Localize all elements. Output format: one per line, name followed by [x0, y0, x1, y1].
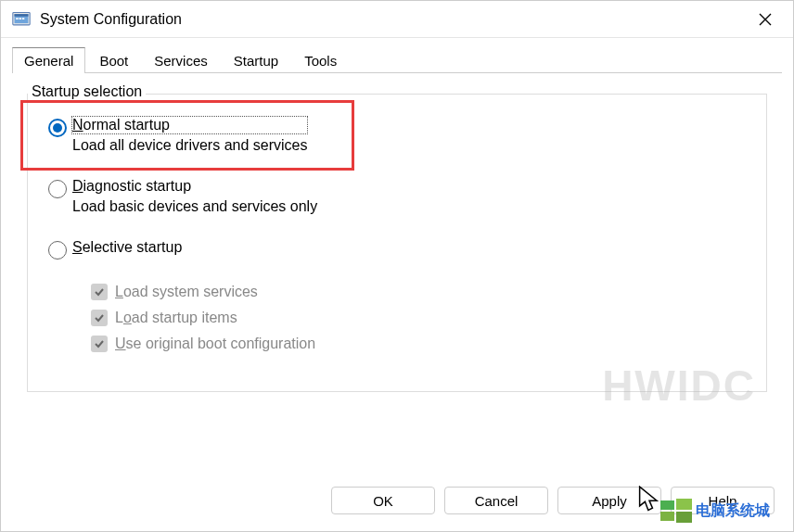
svg-rect-4	[19, 18, 22, 19]
apply-button[interactable]: Apply	[557, 487, 661, 514]
svg-rect-3	[16, 18, 19, 19]
tab-tools[interactable]: Tools	[292, 47, 349, 73]
content-area: Startup selection Normal startup Load al…	[1, 73, 793, 475]
selective-check-list: Load system services Load startup items …	[46, 284, 748, 352]
window-title: System Configuration	[40, 11, 749, 28]
radio-selective-startup[interactable]: Selective startup	[46, 239, 748, 260]
tab-strip: General Boot Services Startup Tools	[1, 38, 793, 73]
radio-label: Selective startup	[72, 239, 182, 256]
checkbox-icon	[91, 310, 108, 326]
radio-desc: Load basic devices and services only	[72, 198, 317, 215]
check-label: Use original boot configuration	[115, 336, 315, 352]
tab-services[interactable]: Services	[142, 47, 220, 73]
check-label: Load system services	[115, 284, 258, 300]
check-label: Load startup items	[115, 310, 237, 326]
radio-icon	[48, 241, 67, 260]
tab-startup[interactable]: Startup	[222, 47, 290, 73]
checkbox-icon	[91, 284, 108, 300]
button-row: OK Cancel Apply Help	[1, 475, 793, 531]
radio-icon	[48, 180, 67, 198]
tab-general[interactable]: General	[12, 47, 85, 73]
tab-boot[interactable]: Boot	[87, 47, 140, 73]
close-button[interactable]	[749, 6, 782, 33]
titlebar: System Configuration	[1, 1, 793, 38]
tab-divider	[12, 72, 782, 73]
radio-desc: Load all device drivers and services	[72, 137, 307, 154]
check-load-services: Load system services	[91, 284, 748, 300]
ok-button[interactable]: OK	[331, 487, 435, 514]
svg-rect-5	[22, 18, 25, 19]
help-button[interactable]: Help	[671, 487, 775, 514]
startup-selection-fieldset: Startup selection Normal startup Load al…	[27, 94, 767, 392]
msconfig-icon	[12, 10, 31, 29]
radio-group: Normal startup Load all device drivers a…	[46, 117, 748, 352]
radio-label: Normal startup	[72, 117, 307, 133]
radio-icon	[48, 119, 67, 137]
svg-rect-2	[15, 14, 29, 17]
radio-text: Normal startup Load all device drivers a…	[72, 117, 307, 154]
radio-text: Diagnostic startup Load basic devices an…	[72, 178, 317, 215]
radio-diagnostic-startup[interactable]: Diagnostic startup Load basic devices an…	[46, 178, 748, 215]
fieldset-legend: Startup selection	[28, 83, 146, 100]
checkbox-icon	[91, 336, 108, 352]
radio-normal-startup[interactable]: Normal startup Load all device drivers a…	[46, 117, 748, 154]
radio-label: Diagnostic startup	[72, 178, 317, 195]
cancel-button[interactable]: Cancel	[444, 487, 548, 514]
check-use-original: Use original boot configuration	[91, 336, 748, 352]
check-load-startup: Load startup items	[91, 310, 748, 326]
radio-text: Selective startup	[72, 239, 182, 256]
window: System Configuration General Boot Servic…	[0, 0, 794, 532]
